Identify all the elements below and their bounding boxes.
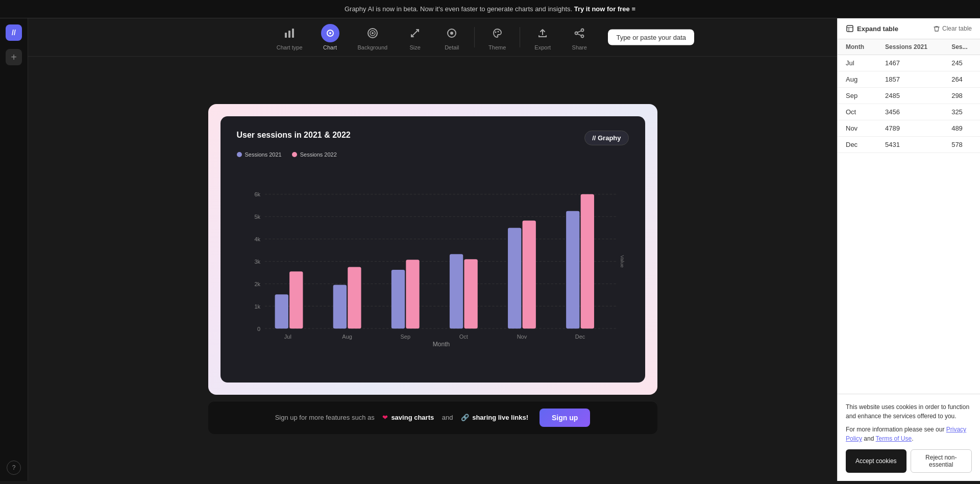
main-content: Chart type Chart — [28, 18, 837, 481]
reject-cookies-button[interactable]: Reject non-essential — [911, 449, 972, 473]
toolbar-theme[interactable]: Theme — [479, 20, 516, 55]
table-row: Sep 2485 298 — [838, 88, 980, 104]
svg-rect-40 — [464, 259, 477, 328]
toolbar-background[interactable]: Background — [349, 20, 397, 55]
svg-point-8 — [372, 32, 374, 34]
cell-month: Aug — [838, 71, 877, 88]
svg-text:Sep: Sep — [400, 333, 410, 339]
svg-rect-36 — [348, 267, 361, 328]
cell-month: Sep — [838, 88, 877, 104]
heart-icon: ❤ — [382, 414, 388, 421]
detail-label: Detail — [445, 44, 459, 50]
cookie-text-2: For more information please see our Priv… — [846, 425, 972, 443]
add-chart-button[interactable]: + — [6, 49, 22, 65]
cell-month: Nov — [838, 120, 877, 137]
toolbar-divider-2 — [520, 27, 520, 47]
chart-title: User sessions in 2021 & 2022 — [237, 131, 351, 140]
graphy-badge: // Graphy — [584, 131, 628, 145]
svg-text:2k: 2k — [254, 281, 260, 287]
svg-line-16 — [578, 31, 581, 33]
chart-label: Chart — [323, 44, 337, 50]
svg-point-11 — [495, 32, 497, 33]
top-banner: Graphy AI is now in beta. Now it's even … — [0, 0, 980, 18]
app-layout: // + ? Chart type — [0, 18, 980, 481]
accept-cookies-button[interactable]: Accept cookies — [846, 449, 906, 473]
svg-line-17 — [578, 34, 581, 36]
svg-rect-33 — [275, 294, 288, 328]
svg-text:1k: 1k — [254, 303, 260, 309]
svg-rect-41 — [508, 227, 521, 328]
cell-s2021: 5431 — [877, 137, 943, 153]
legend-label-2022: Sessions 2022 — [300, 151, 337, 158]
svg-rect-38 — [406, 260, 419, 328]
data-input-button[interactable]: Type or paste your data — [608, 30, 694, 45]
cell-s2022: 578 — [943, 137, 980, 153]
size-icon — [406, 24, 424, 42]
svg-rect-39 — [449, 254, 462, 328]
svg-rect-43 — [566, 211, 579, 328]
cell-s2022: 489 — [943, 120, 980, 137]
graphy-logo-text: // Graphy — [592, 134, 621, 142]
share-label: Share — [572, 44, 587, 50]
cell-s2021: 2485 — [877, 88, 943, 104]
chart-wrapper: User sessions in 2021 & 2022 // Graphy S… — [208, 104, 657, 395]
cell-s2021: 1467 — [877, 55, 943, 71]
legend-item-2022: Sessions 2022 — [292, 151, 337, 158]
toolbar-detail[interactable]: Detail — [433, 20, 470, 55]
cell-s2022: 325 — [943, 104, 980, 120]
data-table: Month Sessions 2021 Ses... Jul 1467 245 … — [838, 39, 980, 153]
svg-point-14 — [575, 32, 578, 35]
size-label: Size — [410, 44, 421, 50]
table-row: Dec 5431 578 — [838, 137, 980, 153]
legend-item-2021: Sessions 2021 — [237, 151, 282, 158]
svg-rect-2 — [292, 29, 294, 38]
svg-text:0: 0 — [257, 325, 260, 332]
chart-icon — [321, 24, 339, 42]
svg-rect-35 — [333, 285, 346, 328]
table-row: Oct 3456 325 — [838, 104, 980, 120]
cell-s2022: 264 — [943, 71, 980, 88]
legend-dot-2021 — [237, 152, 242, 157]
banner-cta[interactable]: Try it now for free ≡ — [574, 5, 635, 13]
feature1-text: saving charts — [391, 414, 434, 421]
svg-text:6k: 6k — [254, 191, 260, 197]
share-icon — [570, 24, 589, 42]
cell-month: Dec — [838, 137, 877, 153]
svg-text:Jul: Jul — [284, 333, 291, 339]
bottom-bar: Sign up for more features such as ❤ savi… — [208, 401, 657, 434]
chart-type-label: Chart type — [277, 44, 303, 50]
svg-rect-52 — [847, 26, 853, 32]
svg-rect-1 — [288, 31, 290, 38]
svg-point-13 — [581, 29, 584, 32]
terms-link[interactable]: Terms of Use — [876, 435, 912, 442]
toolbar-share[interactable]: Share — [561, 20, 598, 55]
cell-s2021: 3456 — [877, 104, 943, 120]
expand-icon — [846, 24, 854, 33]
cookie-banner: This website uses cookies in order to fu… — [838, 394, 980, 481]
svg-rect-0 — [285, 33, 287, 38]
table-header: Expand table Clear table — [838, 18, 980, 39]
clear-table-button[interactable]: Clear table — [933, 25, 972, 32]
cell-month: Oct — [838, 104, 877, 120]
cell-s2021: 4789 — [877, 120, 943, 137]
banner-text: Graphy AI is now in beta. Now it's even … — [345, 5, 572, 13]
help-button[interactable]: ? — [7, 461, 21, 475]
toolbar-divider-1 — [474, 27, 475, 47]
toolbar-export[interactable]: Export — [524, 20, 561, 55]
cookie-text-1: This website uses cookies in order to fu… — [846, 402, 972, 421]
cell-month: Jul — [838, 55, 877, 71]
cell-s2021: 1857 — [877, 71, 943, 88]
trash-icon — [933, 25, 940, 32]
signup-button[interactable]: Sign up — [540, 409, 590, 427]
table-row: Jul 1467 245 — [838, 55, 980, 71]
expand-table-button[interactable]: Expand table — [846, 24, 898, 33]
toolbar-chart[interactable]: Chart — [312, 20, 349, 55]
svg-text:3k: 3k — [254, 258, 260, 264]
col-sessions-2021: Sessions 2021 — [877, 39, 943, 55]
svg-text:Nov: Nov — [517, 333, 527, 339]
table-row: Nov 4789 489 — [838, 120, 980, 137]
chart-svg-container: 6k 5k 4k 3k 2k 1k 0 Value — [237, 166, 629, 368]
toolbar-size[interactable]: Size — [397, 20, 433, 55]
svg-text:Dec: Dec — [575, 333, 585, 339]
toolbar-chart-type[interactable]: Chart type — [267, 20, 312, 55]
